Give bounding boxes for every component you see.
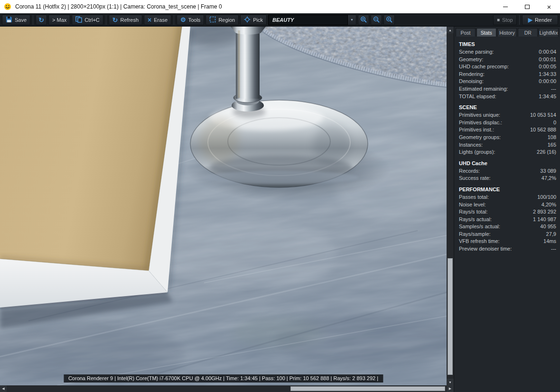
stat-label: Lights (groups):: [459, 149, 495, 156]
render-viewport[interactable]: Corona Renderer 9 | Intel(R) Core(TM) i7…: [0, 27, 447, 385]
tab-history[interactable]: History: [497, 28, 517, 37]
chevron-down-icon[interactable]: ▼: [348, 15, 356, 25]
stat-label: Rays/s actual:: [459, 216, 492, 224]
stat-value: 33 089: [540, 168, 556, 175]
sync-icon: ↻: [38, 17, 44, 23]
stat-value: 27,9: [546, 231, 556, 238]
scroll-right-icon[interactable]: ▶: [447, 385, 454, 392]
scroll-up-icon[interactable]: ▲: [447, 27, 454, 33]
sync-button[interactable]: ↻: [36, 15, 47, 25]
stat-value: 0:00:04: [539, 48, 556, 56]
stat-value: 100/100: [537, 194, 556, 201]
render-button[interactable]: ▶ Render: [522, 15, 558, 25]
stat-label: Scene parsing:: [459, 48, 494, 56]
toolbar-separator: [33, 15, 33, 25]
section-title: TIMES: [459, 41, 556, 47]
maximize-button[interactable]: [516, 0, 538, 13]
minimize-icon: [503, 7, 508, 7]
tab-stats[interactable]: Stats: [476, 28, 496, 37]
stat-value: 40 955: [540, 223, 556, 231]
maximize-icon: [525, 5, 530, 9]
stat-value: 47,2%: [541, 175, 556, 182]
region-button[interactable]: Region: [205, 15, 239, 25]
stat-row: Noise level:4,20%: [459, 201, 556, 209]
zoom-reset-icon: [386, 16, 392, 24]
tools-label: Tools: [188, 17, 201, 23]
zoom-reset-button[interactable]: [383, 15, 395, 25]
stat-value: 1:34:45: [539, 93, 556, 101]
stop-icon: ■: [497, 18, 500, 22]
stat-value: 1 140 987: [533, 216, 556, 224]
stat-value: 14ms: [543, 238, 556, 245]
scroll-down-icon[interactable]: ▼: [447, 379, 454, 385]
stat-label: UHD cache precomp:: [459, 63, 509, 71]
side-panel: PostStatsHistoryDRLightMix TIMESScene pa…: [454, 27, 560, 392]
tab-post[interactable]: Post: [456, 28, 476, 37]
refresh-icon: ↻: [112, 17, 118, 23]
stat-row: Denoising:0:00:00: [459, 78, 556, 85]
titlebar[interactable]: Corona 11 (Hotfix 2) | 2800×2100px (1:1)…: [0, 0, 560, 13]
horizontal-scrollbar-thumb[interactable]: [290, 386, 445, 391]
stat-row: Lights (groups):226 (16): [459, 149, 556, 156]
region-label: Region: [218, 17, 235, 23]
stats-sections: TIMESScene parsing:0:00:04Geometry:0:00:…: [454, 37, 560, 253]
minimize-button[interactable]: [495, 0, 516, 13]
panel-tabs: PostStatsHistoryDRLightMix: [454, 27, 560, 37]
copy-label: Ctrl+C: [84, 17, 99, 23]
stat-row: Passes total:100/100: [459, 194, 556, 201]
erase-button[interactable]: × Erase: [144, 15, 171, 25]
toolbar-separator: [519, 15, 520, 25]
scroll-left-icon[interactable]: ◀: [0, 385, 7, 392]
horizontal-scrollbar[interactable]: ◀ ▶: [0, 385, 454, 392]
stat-value: 1:34:33: [539, 71, 556, 78]
stat-row: Preview denoiser time:---: [459, 245, 556, 253]
stat-row: Records:33 089: [459, 168, 556, 175]
render-label: Render: [535, 17, 552, 23]
pick-button[interactable]: Pick: [240, 15, 267, 25]
tab-lightmix[interactable]: LightMix: [539, 28, 559, 37]
tools-button[interactable]: ⚙ Tools: [177, 15, 204, 25]
stat-row: UHD cache precomp:0:00:05: [459, 63, 556, 71]
stat-label: Rendering:: [459, 71, 485, 78]
stat-row: TOTAL elapsed:1:34:45: [459, 93, 556, 101]
refresh-button[interactable]: ↻ Refresh: [109, 15, 142, 25]
stat-label: Records:: [459, 168, 480, 175]
close-icon: ×: [547, 3, 551, 11]
stat-label: Success rate:: [459, 175, 491, 182]
copy-button[interactable]: Ctrl+C: [72, 15, 103, 25]
save-button[interactable]: Save: [2, 15, 30, 25]
pick-icon: [244, 16, 251, 24]
close-button[interactable]: ×: [538, 0, 560, 13]
zoom-in-button[interactable]: [358, 15, 369, 25]
stat-row: Success rate:47,2%: [459, 175, 556, 182]
stat-value: 4,20%: [541, 201, 556, 209]
pick-label: Pick: [253, 17, 263, 23]
vertical-scrollbar[interactable]: ▲ ▼: [447, 27, 454, 385]
stat-label: Passes total:: [459, 194, 489, 201]
stat-row: Rendering:1:34:33: [459, 71, 556, 78]
max-resolution-label: > Max: [52, 17, 66, 23]
stat-label: TOTAL elapsed:: [459, 93, 496, 101]
stat-label: Preview denoiser time:: [459, 245, 512, 253]
channel-select[interactable]: BEAUTY ▼: [268, 15, 356, 25]
stat-label: Rays/s total:: [459, 208, 488, 216]
tab-dr[interactable]: DR: [518, 28, 538, 37]
save-label: Save: [15, 17, 27, 23]
erase-label: Erase: [154, 17, 168, 23]
stat-value: ---: [551, 245, 556, 253]
stat-value: ---: [551, 85, 556, 93]
vfb-window: Corona 11 (Hotfix 2) | 2800×2100px (1:1)…: [0, 0, 560, 392]
render-status-bar: Corona Renderer 9 | Intel(R) Core(TM) i7…: [64, 374, 383, 383]
toolbar: Save ↻ > Max Ctrl+C ↻ Refresh × Erase ⚙ …: [0, 13, 560, 27]
stop-button[interactable]: ■ Stop: [493, 15, 517, 25]
stat-value: 165: [548, 141, 556, 149]
stat-value: 10 053 514: [530, 112, 556, 119]
toolbar-separator: [106, 15, 106, 25]
zoom-out-button[interactable]: [371, 15, 382, 25]
stat-row: Rays/s total:2 893 292: [459, 208, 556, 216]
render-icon: ▶: [528, 17, 532, 23]
vertical-scrollbar-thumb[interactable]: [448, 258, 453, 375]
stat-row: Primitives inst.:10 562 888: [459, 126, 556, 134]
section-title: UHD Cache: [459, 160, 556, 166]
max-resolution-button[interactable]: > Max: [48, 15, 70, 25]
